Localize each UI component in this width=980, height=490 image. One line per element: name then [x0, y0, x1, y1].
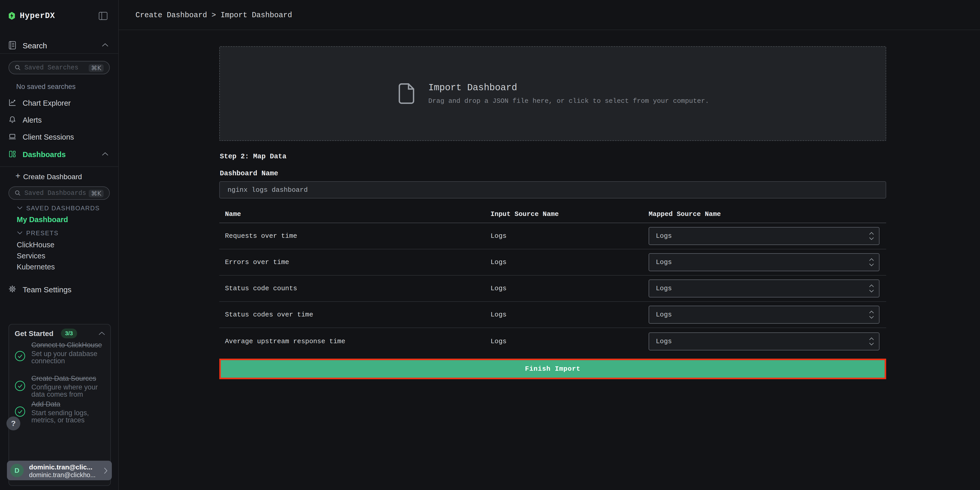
sidebar-item-clickhouse[interactable]: ClickHouse [17, 241, 54, 249]
sidebar-item-chart-explorer[interactable]: Chart Explorer [0, 95, 119, 111]
mapped-source-select[interactable]: Logs [649, 227, 880, 245]
table-row: Status codes over time Logs Logs [219, 302, 886, 328]
column-header-name: Name [219, 210, 490, 218]
selected-source: Logs [656, 311, 672, 318]
sidebar-item-my-dashboard[interactable]: My Dashboard [17, 215, 68, 224]
chevron-up-down-icon [869, 232, 874, 240]
chevron-up-icon [102, 152, 108, 156]
create-dashboard-label: Create Dashboard [23, 173, 82, 181]
selected-source: Logs [656, 285, 672, 292]
top-bar: Create Dashboard > Import Dashboard [119, 0, 980, 30]
get-started-item[interactable]: Create Data Sources Configure where your… [31, 375, 103, 398]
saved-dashboards-input[interactable]: Saved Dashboards ⌘K [8, 186, 110, 200]
get-started-item-title: Add Data [31, 400, 103, 408]
finish-import-button[interactable]: Finish Import [219, 359, 886, 379]
chevron-up-down-icon [869, 337, 874, 346]
sidebar-item-client-sessions[interactable]: Client Sessions [0, 129, 119, 145]
logo-row: HyperDX [0, 0, 118, 31]
selected-source: Logs [656, 258, 672, 266]
breadcrumb[interactable]: Create Dashboard > Import Dashboard [135, 11, 292, 19]
sidebar-section-search[interactable]: Search [0, 41, 118, 57]
user-email: dominic.tran@clickho... [29, 471, 95, 479]
no-saved-searches-note: No saved searches [16, 83, 76, 91]
check-circle-icon [15, 380, 25, 391]
presets-group-header[interactable]: PRESETS [0, 228, 119, 238]
sidebar-item-label: Dashboards [22, 150, 66, 159]
get-started-item-title: Connect to ClickHouse [31, 341, 103, 349]
app-title: HyperDX [20, 11, 55, 20]
chevron-up-icon[interactable] [99, 331, 105, 336]
saved-dashboards-group-header[interactable]: SAVED DASHBOARDS [0, 203, 119, 213]
saved-searches-input[interactable]: Saved Searches ⌘K [8, 61, 110, 74]
input-source-cell: Logs [490, 285, 649, 292]
mapped-source-select[interactable]: Logs [649, 305, 880, 324]
sidebar-item-label: Chart Explorer [22, 99, 71, 107]
step-label: Step 2: Map Data [220, 153, 286, 161]
dashboard-name-input[interactable] [219, 181, 886, 199]
dropzone-subtitle: Drag and drop a JSON file here, or click… [428, 97, 709, 105]
sidebar-item-team-settings[interactable]: Team Settings [0, 281, 119, 298]
get-started-item-title: Create Data Sources [31, 375, 103, 382]
sidebar-collapse-icon[interactable] [99, 12, 107, 20]
sidebar-item-kubernetes[interactable]: Kubernetes [17, 263, 55, 271]
chart-name-cell: Status code counts [219, 285, 490, 292]
mapped-source-select[interactable]: Logs [649, 280, 880, 298]
column-header-input-source: Input Source Name [490, 210, 649, 218]
line-chart-icon [8, 99, 16, 107]
sidebar-item-dashboards[interactable]: Dashboards [0, 146, 119, 162]
help-button[interactable]: ? [6, 417, 20, 430]
input-source-cell: Logs [490, 337, 649, 345]
create-dashboard-button[interactable]: + Create Dashboard [0, 170, 119, 184]
input-source-cell: Logs [490, 258, 649, 266]
chevron-up-down-icon [869, 284, 874, 293]
chevron-up-down-icon [869, 258, 874, 267]
hyperdx-app: { "app": { "name": "HyperDX" }, "colors"… [0, 0, 980, 490]
get-started-item-desc: Set up your database connection [31, 350, 103, 364]
sidebar-item-alerts[interactable]: Alerts [0, 111, 119, 128]
chevron-up-icon [102, 43, 108, 47]
shortcut-badge: ⌘K [89, 190, 103, 197]
user-name: dominic.tran@clic... [29, 463, 92, 471]
get-started-item-desc: Configure where your data comes from [31, 383, 103, 398]
saved-dashboards-placeholder: Saved Dashboards [24, 189, 86, 197]
shortcut-badge: ⌘K [89, 64, 103, 72]
file-icon [396, 83, 417, 105]
get-started-progress-badge: 3/3 [61, 329, 77, 338]
sidebar: HyperDX Search Saved Searches ⌘K No save… [0, 0, 119, 490]
table-row: Requests over time Logs Logs [219, 223, 886, 249]
chart-name-cell: Average upstream response time [219, 337, 490, 345]
avatar: D [10, 464, 24, 477]
bell-icon [8, 116, 16, 123]
plus-icon: + [16, 171, 20, 181]
sidebar-item-label: Client Sessions [22, 133, 74, 142]
chevron-right-icon [103, 468, 108, 474]
chevron-down-icon [17, 231, 22, 235]
table-row: Errors over time Logs Logs [219, 249, 886, 275]
dashboard-name-label: Dashboard Name [220, 170, 278, 177]
chevron-up-down-icon [869, 310, 874, 319]
mapped-source-select[interactable]: Logs [649, 253, 880, 271]
group-label: SAVED DASHBOARDS [26, 205, 100, 212]
gear-icon [8, 285, 16, 293]
mapped-source-select[interactable]: Logs [649, 332, 880, 350]
table-header-row: Name Input Source Name Mapped Source Nam… [219, 206, 886, 223]
input-source-cell: Logs [490, 311, 649, 318]
input-source-cell: Logs [490, 232, 649, 240]
selected-source: Logs [656, 337, 672, 345]
user-menu[interactable]: D dominic.tran@clic... dominic.tran@clic… [7, 461, 112, 480]
sidebar-item-label: Alerts [22, 116, 41, 124]
get-started-item[interactable]: Connect to ClickHouse Set up your databa… [31, 341, 103, 364]
mapping-table: Name Input Source Name Mapped Source Nam… [219, 206, 886, 355]
laptop-icon [8, 133, 16, 140]
chart-name-cell: Errors over time [219, 258, 490, 266]
journal-search-icon [8, 41, 16, 49]
team-settings-label: Team Settings [22, 285, 72, 294]
sidebar-divider [0, 166, 119, 167]
chevron-down-icon [17, 206, 22, 210]
json-dropzone[interactable]: Import Dashboard Drag and drop a JSON fi… [219, 46, 886, 141]
table-row: Average upstream response time Logs Logs [219, 328, 886, 355]
dashboard-grid-icon [8, 150, 16, 158]
get-started-item-desc: Start sending logs, metrics, or traces [31, 409, 103, 424]
get-started-item[interactable]: Add Data Start sending logs, metrics, or… [31, 400, 103, 424]
sidebar-item-services[interactable]: Services [17, 252, 45, 260]
